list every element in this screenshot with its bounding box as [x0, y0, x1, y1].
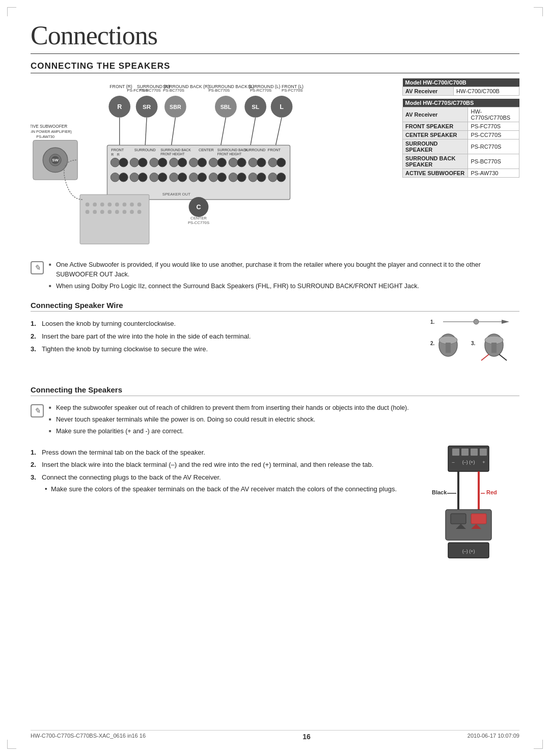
- step-text: Press down the terminal tab on the back …: [42, 449, 205, 456]
- step-item: 3. Tighten the knob by turning clockwise…: [31, 344, 407, 355]
- svg-text:SURROUND: SURROUND: [134, 148, 156, 152]
- corner-mark-br: [534, 740, 543, 749]
- speaker-conn-steps: 1. Press down the terminal tab on the ba…: [31, 447, 407, 495]
- step-text: Tighten the knob by turning clockwise to…: [42, 345, 208, 353]
- svg-text:C: C: [196, 204, 201, 211]
- note-item: When using Dolby Pro Logic IIz, connect …: [49, 282, 519, 291]
- svg-point-99: [86, 210, 90, 214]
- table-row: CENTER SPEAKERPS-CC770S: [403, 131, 519, 139]
- step-num: 3.: [31, 344, 36, 355]
- section3-steps: 1. Press down the terminal tab on the ba…: [31, 443, 407, 499]
- svg-text:FRONT: FRONT: [111, 148, 124, 152]
- step-item: 2. Insert the black wire into the black …: [31, 460, 407, 470]
- table-cell: SURROUND SPEAKER: [403, 139, 468, 154]
- svg-text:SW: SW: [52, 158, 59, 162]
- svg-point-55: [257, 158, 266, 166]
- svg-point-52: [229, 158, 237, 166]
- svg-text:PS-CC770S: PS-CC770S: [188, 220, 209, 225]
- svg-point-101: [100, 210, 104, 214]
- svg-point-104: [123, 210, 127, 214]
- svg-point-106: [138, 210, 142, 214]
- svg-point-91: [86, 203, 90, 207]
- svg-text:FRONT HEIGHT: FRONT HEIGHT: [217, 152, 241, 156]
- footer-right: 2010-06-17 10:07:09: [468, 733, 519, 741]
- step-text: Loosen the knob by turning counterclockw…: [42, 320, 176, 327]
- svg-point-46: [170, 158, 178, 166]
- page-number: 16: [302, 733, 311, 741]
- svg-point-74: [268, 173, 277, 182]
- svg-point-51: [217, 158, 226, 166]
- wire-diagram-area: 1. 2. 3.: [418, 315, 519, 377]
- svg-point-93: [100, 203, 104, 207]
- svg-text:PS-RC770S: PS-RC770S: [140, 88, 161, 93]
- step-text: Connect the connecting plugs to the back…: [42, 473, 221, 481]
- svg-line-26: [251, 118, 256, 145]
- model-table-c700: Model HW-C700/C700B AV Receiver HW-C700/…: [402, 78, 519, 96]
- svg-text:(–) (+): (–) (+): [462, 549, 475, 554]
- table-cell: PS-RC770S: [468, 139, 519, 154]
- svg-text:SPEAKER OUT: SPEAKER OUT: [162, 192, 190, 197]
- svg-point-67: [198, 173, 206, 182]
- table-cell: SURROUND BACK SPEAKER: [403, 154, 468, 169]
- svg-point-42: [130, 158, 139, 166]
- table-cell: AV Receiver: [403, 107, 468, 122]
- step-item: 3. Connect the connecting plugs to the b…: [31, 472, 407, 495]
- note-icon-1: ✎: [31, 261, 44, 274]
- table-cell: PS-BC770S: [468, 154, 519, 169]
- step-text: Insert the bare part of the wire into th…: [42, 332, 251, 340]
- svg-text:SURROUND BACK: SURROUND BACK: [217, 148, 248, 152]
- wire-steps-svg: 1. 2. 3.: [418, 315, 519, 376]
- note-item: Make sure the polarities (+ and -) are c…: [49, 427, 519, 436]
- note-item: One Active Subwoofer is provided, if you…: [49, 260, 519, 279]
- svg-text:PS-RC770S: PS-RC770S: [250, 88, 271, 93]
- speaker-diagram: FRONT (R) PS-FC770S SURROUND (R) PS-RC77…: [31, 78, 397, 253]
- svg-point-60: [130, 173, 139, 182]
- svg-point-102: [107, 210, 112, 214]
- svg-point-68: [209, 173, 217, 182]
- svg-point-63: [158, 173, 167, 182]
- table-header-c700: Model HW-C700/C700B: [403, 78, 519, 87]
- table-row: AV ReceiverHW-C770S/C770BS: [403, 107, 519, 122]
- notes-block-1: ✎ One Active Subwoofer is provided, if y…: [31, 260, 519, 293]
- svg-rect-137: [451, 514, 466, 524]
- svg-text:FRONT: FRONT: [268, 148, 281, 152]
- svg-text:Black: Black: [432, 489, 447, 495]
- svg-point-75: [277, 173, 285, 182]
- table-row: ACTIVE SUBWOOFERPS-AW730: [403, 169, 519, 178]
- svg-text:PS-BC770S: PS-BC770S: [163, 88, 184, 93]
- svg-marker-111: [502, 320, 509, 324]
- section2-title: Connecting Speaker Wire: [31, 301, 519, 312]
- svg-point-72: [249, 173, 257, 182]
- svg-point-105: [130, 210, 134, 214]
- svg-point-56: [268, 158, 277, 166]
- step-item: 1. Press down the terminal tab on the ba…: [31, 447, 407, 458]
- table-row: AV Receiver HW-C700/C700B: [403, 87, 519, 96]
- svg-text:(–) (+): (–) (+): [462, 460, 475, 465]
- step-num: 1.: [31, 447, 36, 458]
- svg-point-109: [474, 319, 479, 324]
- corner-mark-tl: [7, 7, 16, 16]
- svg-text:+: +: [482, 460, 485, 465]
- svg-point-103: [115, 210, 119, 214]
- svg-text:SBR: SBR: [170, 104, 181, 110]
- svg-line-121: [499, 354, 507, 360]
- diagram-svg: FRONT (R) PS-FC770S SURROUND (R) PS-RC77…: [31, 78, 367, 251]
- svg-line-120: [481, 354, 489, 360]
- page-title: Connections: [31, 20, 519, 54]
- note-item: Keep the subwoofer speaker out of reach …: [49, 403, 519, 413]
- svg-point-95: [115, 203, 119, 207]
- svg-point-54: [249, 158, 257, 166]
- section3-title: Connecting the Speakers: [31, 385, 519, 396]
- svg-point-43: [139, 158, 147, 166]
- svg-point-62: [150, 173, 158, 182]
- svg-rect-28: [107, 145, 290, 200]
- svg-point-58: [111, 173, 119, 182]
- section3-content: 1. Press down the terminal tab on the ba…: [31, 443, 519, 562]
- speaker-conn-diagram-area: – (–) (+) + Black Red: [418, 443, 519, 562]
- corner-mark-tr: [534, 7, 543, 16]
- svg-rect-126: [480, 449, 487, 456]
- svg-point-70: [229, 173, 237, 182]
- table-cell: PS-CC770S: [468, 131, 519, 139]
- step-num: 2.: [31, 460, 36, 470]
- svg-point-69: [217, 173, 226, 182]
